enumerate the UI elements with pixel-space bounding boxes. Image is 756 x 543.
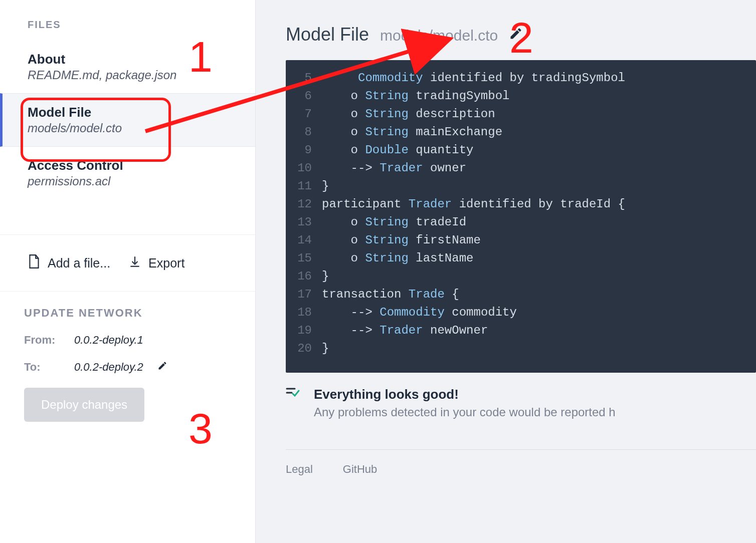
code-text: transaction Trade { <box>322 286 756 304</box>
file-plus-icon <box>28 254 41 272</box>
main-panel: Model File models/model.cto 5 Commodity … <box>256 0 756 543</box>
code-text: } <box>322 340 756 358</box>
line-number: 19 <box>286 322 322 340</box>
code-text: o String tradeId <box>322 213 756 231</box>
line-number: 9 <box>286 141 322 159</box>
code-line[interactable]: 14 o String firstName <box>286 231 756 249</box>
line-number: 13 <box>286 213 322 231</box>
code-text: Commodity identified by tradingSymbol <box>322 69 756 87</box>
code-line[interactable]: 12participant Trader identified by trade… <box>286 195 756 213</box>
edit-filename-icon[interactable] <box>509 27 523 43</box>
line-number: 20 <box>286 340 322 358</box>
version-to-row: To: 0.0.2-deploy.2 <box>24 361 231 374</box>
code-text: o Double quantity <box>322 141 756 159</box>
line-number: 11 <box>286 177 322 195</box>
line-number: 6 <box>286 87 322 105</box>
files-heading: FILES <box>0 0 255 41</box>
add-file-button[interactable]: Add a file... <box>28 254 110 272</box>
code-text: o String firstName <box>322 231 756 249</box>
line-number: 15 <box>286 249 322 267</box>
file-item-path: permissions.acl <box>28 174 228 188</box>
line-number: 10 <box>286 159 322 177</box>
code-line[interactable]: 16} <box>286 267 756 286</box>
download-icon <box>128 254 141 272</box>
code-line[interactable]: 8 o String mainExchange <box>286 123 756 141</box>
code-line[interactable]: 11} <box>286 177 756 195</box>
status-text: Everything looks good! Any problems dete… <box>314 387 616 419</box>
footer-legal-link[interactable]: Legal <box>286 463 313 476</box>
status-title: Everything looks good! <box>314 387 616 402</box>
code-text: o String tradingSymbol <box>322 87 756 105</box>
code-text: --> Commodity commodity <box>322 304 756 322</box>
code-text: o String mainExchange <box>322 123 756 141</box>
line-number: 16 <box>286 267 322 286</box>
code-text: participant Trader identified by tradeId… <box>322 195 756 213</box>
editor-header: Model File models/model.cto <box>256 0 756 60</box>
status-row: Everything looks good! Any problems dete… <box>256 373 756 419</box>
code-line[interactable]: 17transaction Trade { <box>286 286 756 304</box>
code-line[interactable]: 13 o String tradeId <box>286 213 756 231</box>
footer-links: Legal GitHub <box>286 449 756 476</box>
add-file-label: Add a file... <box>48 256 110 270</box>
version-from-value: 0.0.2-deploy.1 <box>74 334 143 347</box>
code-text: } <box>322 267 756 286</box>
line-number: 12 <box>286 195 322 213</box>
sidebar-item-access-control[interactable]: Access Control permissions.acl <box>0 147 255 199</box>
line-number: 5 <box>286 69 322 87</box>
code-text: } <box>322 177 756 195</box>
sidebar-item-model-file[interactable]: Model File models/model.cto <box>0 93 255 147</box>
file-item-path: models/model.cto <box>28 121 228 135</box>
code-text: o String lastName <box>322 249 756 267</box>
line-number: 17 <box>286 286 322 304</box>
deploy-changes-button[interactable]: Deploy changes <box>24 388 144 422</box>
file-item-title: Model File <box>28 105 228 120</box>
code-line[interactable]: 19 --> Trader newOwner <box>286 322 756 340</box>
line-number: 14 <box>286 231 322 249</box>
export-label: Export <box>148 256 184 270</box>
code-line[interactable]: 7 o String description <box>286 105 756 123</box>
line-number: 18 <box>286 304 322 322</box>
code-line[interactable]: 6 o String tradingSymbol <box>286 87 756 105</box>
export-button[interactable]: Export <box>128 254 184 272</box>
editor-title: Model File <box>286 24 369 45</box>
edit-version-icon[interactable] <box>157 361 167 374</box>
code-line[interactable]: 20} <box>286 340 756 358</box>
code-line[interactable]: 15 o String lastName <box>286 249 756 267</box>
update-network-section: UPDATE NETWORK From: 0.0.2-deploy.1 To: … <box>0 292 255 422</box>
code-line[interactable]: 10 --> Trader owner <box>286 159 756 177</box>
code-line[interactable]: 18 --> Commodity commodity <box>286 304 756 322</box>
version-to-label: To: <box>24 361 60 374</box>
code-text: --> Trader newOwner <box>322 322 756 340</box>
code-line[interactable]: 9 o Double quantity <box>286 141 756 159</box>
status-ok-icon <box>286 387 301 401</box>
code-line[interactable]: 5 Commodity identified by tradingSymbol <box>286 69 756 87</box>
file-item-title: About <box>28 52 228 67</box>
version-from-row: From: 0.0.2-deploy.1 <box>24 334 231 347</box>
line-number: 7 <box>286 105 322 123</box>
file-actions: Add a file... Export <box>0 234 255 292</box>
sidebar: FILES About README.md, package.json Mode… <box>0 0 256 543</box>
editor-path: models/model.cto <box>380 27 498 44</box>
footer-github-link[interactable]: GitHub <box>343 463 377 476</box>
line-number: 8 <box>286 123 322 141</box>
file-item-path: README.md, package.json <box>28 68 228 82</box>
code-text: o String description <box>322 105 756 123</box>
sidebar-item-about[interactable]: About README.md, package.json <box>0 41 255 93</box>
version-from-label: From: <box>24 334 60 347</box>
file-item-title: Access Control <box>28 158 228 173</box>
code-editor[interactable]: 5 Commodity identified by tradingSymbol … <box>286 60 756 373</box>
version-to-value: 0.0.2-deploy.2 <box>74 361 143 374</box>
status-subtitle: Any problems detected in your code would… <box>314 405 616 419</box>
code-text: --> Trader owner <box>322 159 756 177</box>
update-network-heading: UPDATE NETWORK <box>24 307 231 320</box>
